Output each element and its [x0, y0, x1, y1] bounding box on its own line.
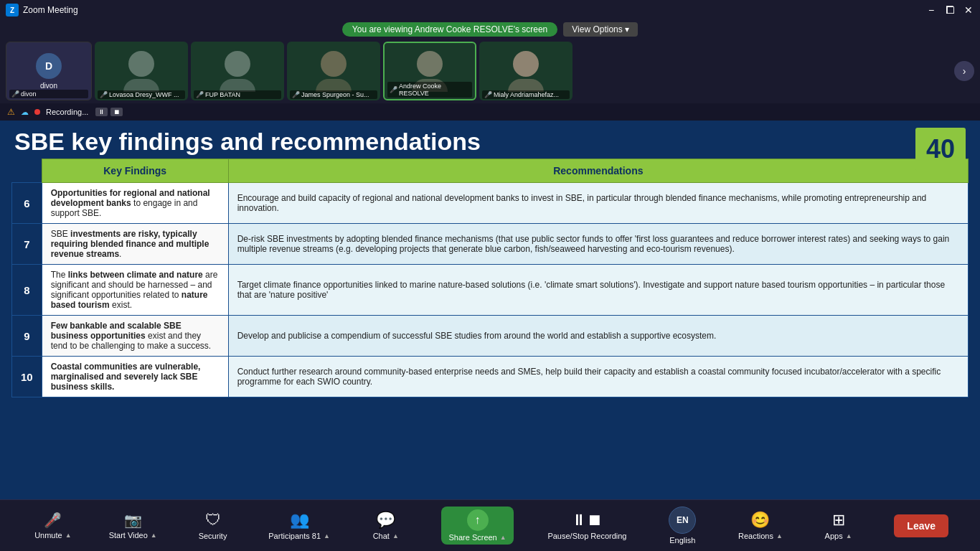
share-screen-button[interactable]: ↑ Share Screen ▲ — [441, 507, 513, 545]
start-video-button[interactable]: 📷 Start Video ▲ — [109, 512, 157, 540]
recording-dot — [34, 109, 40, 115]
screen-share-notification: You are viewing Andrew Cooke RESOLVE's s… — [342, 22, 557, 37]
security-button[interactable]: 🛡 Security — [192, 511, 235, 540]
window-controls: − ⧠ ✕ — [925, 4, 974, 16]
security-label: Security — [199, 532, 227, 540]
slide-title: SBE key findings and recommendations — [14, 128, 966, 156]
finding-7: SBE investments are risky, typically req… — [42, 224, 228, 265]
language-badge: EN — [669, 507, 696, 534]
pause-icon: ⏸⏹ — [571, 511, 603, 529]
recording-status-text: Recording... — [46, 108, 88, 116]
pause-recording-label: Pause/Stop Recording — [547, 532, 626, 540]
reactions-label: Reactions — [738, 532, 773, 540]
chat-button[interactable]: 💬 Chat ▲ — [364, 511, 407, 540]
table-row: 10 Coastal communities are vulnerable, m… — [12, 357, 969, 397]
recommendation-6: Encourage and build capacity of regional… — [228, 183, 968, 224]
participant-name-5: 🎤 Mialy Andriamahefaz... — [482, 90, 570, 99]
pause-recording-btn[interactable]: ⏸ — [95, 108, 108, 116]
notification-bar: You are viewing Andrew Cooke RESOLVE's s… — [0, 20, 980, 39]
row-num-6: 6 — [12, 183, 42, 224]
table-row: 7 SBE investments are risky, typically r… — [12, 224, 969, 265]
share-screen-label: Share Screen — [448, 533, 496, 542]
leave-label: Leave — [907, 520, 936, 532]
recommendation-9: Develop and publicise a compendium of su… — [228, 316, 968, 357]
slide-table: Key Findings Recommendations 6 Opportuni… — [11, 159, 969, 397]
security-shield-icon: 🛡 — [205, 511, 221, 529]
leave-button[interactable]: Leave — [894, 514, 948, 537]
chat-chevron: ▲ — [392, 532, 399, 540]
unmute-label: Unmute — [34, 531, 62, 540]
participant-tile-3[interactable]: 🎤 James Spurgeon - Su... — [287, 42, 380, 100]
row-num-10: 10 — [12, 357, 42, 397]
video-chevron: ▲ — [151, 532, 157, 539]
reactions-icon: 😊 — [750, 511, 770, 529]
recommendation-10: Conduct further research around communit… — [228, 357, 968, 397]
avatar: D — [36, 53, 62, 79]
apps-chevron: ▲ — [846, 532, 852, 540]
participant-tile-1[interactable]: 🎤 Lovasoa Dresy_WWF ... — [95, 42, 188, 100]
participant-name-local: 🎤 divon — [9, 90, 88, 98]
video-icon: 📷 — [124, 512, 142, 529]
local-participant-tile[interactable]: D divon 🎤 divon — [6, 42, 92, 100]
finding-6: Opportunities for regional and national … — [42, 183, 228, 224]
participant-name-2: 🎤 FUP BATAN — [194, 90, 281, 99]
app-icon: Z — [6, 4, 19, 17]
table-row: 9 Few bankable and scalable SBE business… — [12, 316, 969, 357]
start-video-label: Start Video — [109, 531, 148, 540]
reactions-button[interactable]: 😊 Reactions ▲ — [738, 511, 783, 540]
finding-10: Coastal communities are vulnerable, marg… — [42, 357, 228, 397]
participants-icon: 👥 — [290, 511, 309, 529]
row-num-9: 9 — [12, 316, 42, 357]
slide-number-badge: 40 — [915, 128, 966, 171]
recommendation-7: De-risk SBE investments by adopting blen… — [228, 224, 968, 265]
language-label: English — [669, 536, 695, 545]
share-screen-icon: ↑ — [467, 509, 489, 531]
recommendation-8: Target climate finance opportunities lin… — [228, 265, 968, 316]
chat-icon: 💬 — [376, 511, 395, 529]
minimize-button[interactable]: − — [925, 4, 937, 16]
close-button[interactable]: ✕ — [963, 4, 974, 16]
col-header-recommendations: Recommendations — [228, 159, 968, 183]
row-num-7: 7 — [12, 224, 42, 265]
security-warning-icon: ⚠ — [7, 107, 15, 117]
participant-tile-4-active[interactable]: 🎤 Andrew Cooke RESOLVE — [383, 42, 476, 100]
local-name-label: divon — [40, 82, 57, 90]
participant-tile-2[interactable]: 🎤 FUP BATAN — [191, 42, 284, 100]
title-bar: Z Zoom Meeting − ⧠ ✕ — [0, 0, 980, 20]
language-button[interactable]: EN English — [661, 507, 704, 545]
participants-label: Participants 81 — [268, 532, 321, 540]
recording-bar: ⚠ ☁ Recording... ⏸ ⏹ — [0, 103, 980, 121]
col-header-findings: Key Findings — [42, 159, 228, 183]
participant-name-1: 🎤 Lovasoa Dresy_WWF ... — [98, 90, 185, 99]
slide-table-wrapper: Key Findings Recommendations 6 Opportuni… — [0, 159, 980, 405]
unmute-chevron: ▲ — [65, 532, 72, 539]
apps-label: Apps — [825, 532, 843, 540]
recording-cloud-icon: ☁ — [21, 108, 29, 117]
chat-label: Chat — [373, 532, 390, 540]
row-num-8: 8 — [12, 265, 42, 316]
participants-button[interactable]: 👥 Participants 81 ▲ — [268, 511, 330, 540]
participants-chevron: ▲ — [324, 532, 330, 540]
table-row: 6 Opportunities for regional and nationa… — [12, 183, 969, 224]
share-chevron: ▲ — [500, 534, 507, 541]
pause-stop-recording-button[interactable]: ⏸⏹ Pause/Stop Recording — [547, 511, 626, 540]
recording-controls: ⏸ ⏹ — [95, 108, 123, 116]
stop-recording-btn[interactable]: ⏹ — [110, 108, 123, 116]
view-options-button[interactable]: View Options ▾ — [563, 22, 638, 37]
table-row: 8 The links between climate and nature a… — [12, 265, 969, 316]
apps-button[interactable]: ⊞ Apps ▲ — [817, 511, 860, 540]
window-title: Zoom Meeting — [23, 5, 78, 15]
finding-8: The links between climate and nature are… — [42, 265, 228, 316]
apps-icon: ⊞ — [832, 511, 845, 529]
participants-strip: D divon 🎤 divon 🎤 Lovasoa Dresy_WWF ... … — [0, 39, 980, 103]
slide-container: SBE key findings and recommendations 40 … — [0, 121, 980, 499]
participant-name-3: 🎤 James Spurgeon - Su... — [290, 90, 377, 99]
unmute-button[interactable]: 🎤 | Unmute ▲ — [32, 512, 75, 540]
reactions-chevron: ▲ — [776, 532, 783, 540]
maximize-button[interactable]: ⧠ — [944, 4, 956, 16]
participants-nav-arrow[interactable]: › — [954, 61, 974, 81]
participant-tile-5[interactable]: 🎤 Mialy Andriamahefaz... — [479, 42, 573, 100]
toolbar: 🎤 | Unmute ▲ 📷 Start Video ▲ 🛡 Security … — [0, 499, 980, 551]
participant-name-4: 🎤 Andrew Cooke RESOLVE — [387, 82, 472, 98]
finding-9: Few bankable and scalable SBE business o… — [42, 316, 228, 357]
